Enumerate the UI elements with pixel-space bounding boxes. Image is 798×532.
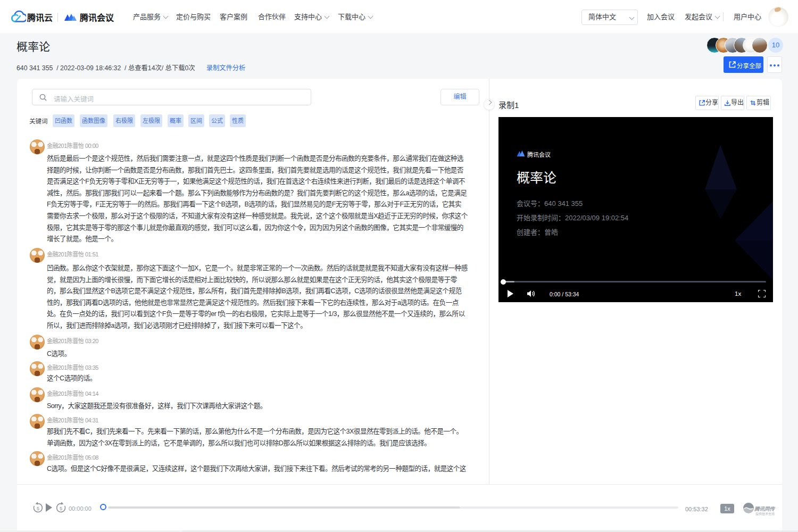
svg-text:5: 5 [37,506,39,511]
svg-text:5: 5 [60,506,62,511]
